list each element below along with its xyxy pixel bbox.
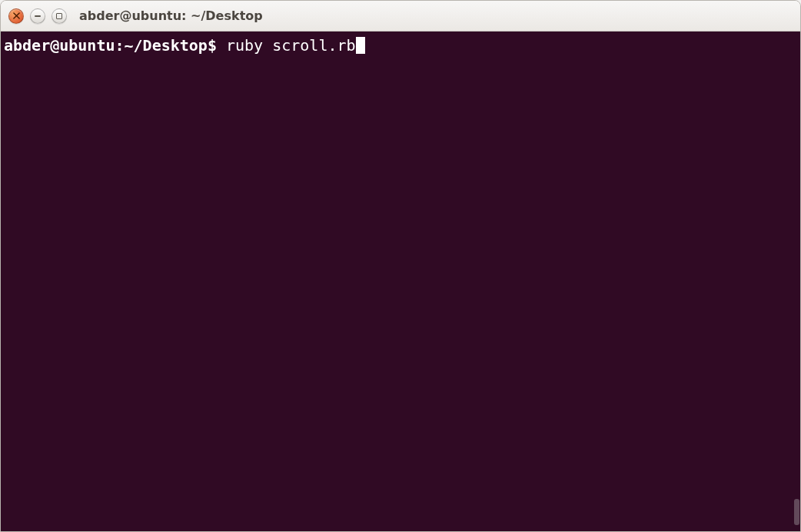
terminal-body[interactable]: abder@ubuntu:~/Desktop$ ruby scroll.rb xyxy=(1,32,800,531)
close-icon xyxy=(13,12,20,19)
scrollbar-thumb[interactable] xyxy=(794,499,799,525)
maximize-button[interactable] xyxy=(52,8,67,24)
scrollbar[interactable] xyxy=(793,32,800,531)
terminal-content[interactable]: abder@ubuntu:~/Desktop$ ruby scroll.rb xyxy=(1,32,800,59)
cursor xyxy=(356,37,365,54)
minimize-icon xyxy=(35,15,41,17)
window-title: abder@ubuntu: ~/Desktop xyxy=(79,8,263,23)
command-input[interactable]: ruby scroll.rb xyxy=(226,36,356,55)
maximize-icon xyxy=(56,13,62,19)
terminal-window: abder@ubuntu: ~/Desktop abder@ubuntu:~/D… xyxy=(0,0,801,532)
close-button[interactable] xyxy=(8,8,24,24)
minimize-button[interactable] xyxy=(30,8,45,24)
titlebar[interactable]: abder@ubuntu: ~/Desktop xyxy=(1,1,800,32)
prompt: abder@ubuntu:~/Desktop$ xyxy=(4,36,226,55)
window-controls xyxy=(8,8,67,24)
